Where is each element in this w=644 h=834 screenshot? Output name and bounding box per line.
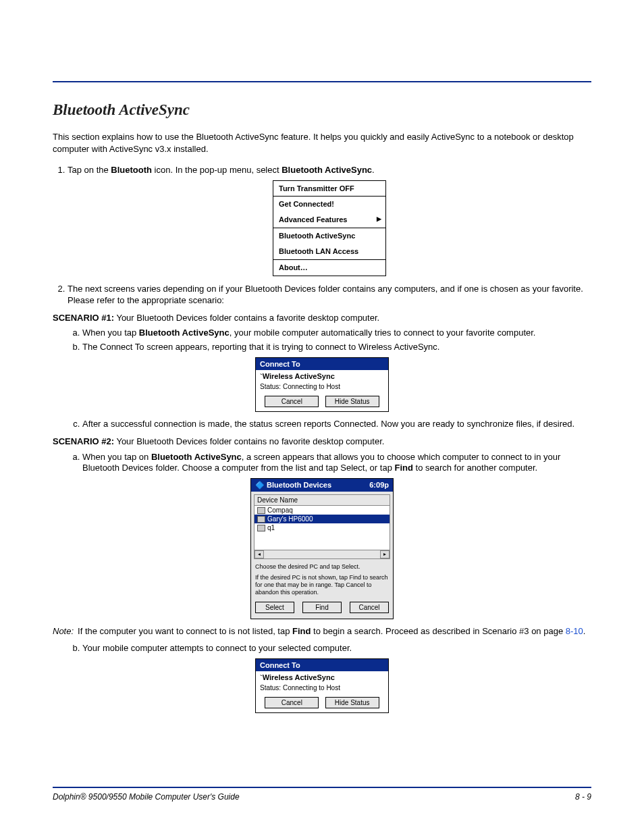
note-text-c: to begin a search. Proceed as described … xyxy=(311,626,565,636)
step1-text-c: icon. In the pop-up menu, select xyxy=(152,165,281,175)
menu-item-get-connected[interactable]: Get Connected! xyxy=(273,197,385,212)
top-rule xyxy=(53,81,591,82)
dialog-status-row: Status: Connecting to Host xyxy=(256,382,388,393)
connect-to-dialog-figure-2: Connect To `Wireless ActiveSync Status: … xyxy=(255,658,389,713)
select-button[interactable]: Select xyxy=(255,602,294,613)
pc-icon xyxy=(257,525,265,531)
scenario-2-heading: SCENARIO #2: Your Bluetooth Devices fold… xyxy=(53,436,591,448)
bt-window-title: 🔷 Bluetooth Devices xyxy=(255,481,331,490)
footer-left: Dolphin® 9500/9550 Mobile Computer User'… xyxy=(53,792,240,802)
list-header: Device Name xyxy=(254,495,390,506)
step1-text-e: . xyxy=(372,165,375,175)
step-1: Tap on the Bluetooth icon. In the pop-up… xyxy=(68,164,591,276)
s1a-text-a: When you tap xyxy=(82,328,139,338)
status-value: Connecting to Host xyxy=(283,684,340,692)
bt-title-text: Bluetooth Devices xyxy=(267,481,331,489)
section-title: Bluetooth ActiveSync xyxy=(53,101,591,119)
step1-text-a: Tap on the xyxy=(68,165,111,175)
s1a-bold: Bluetooth ActiveSync xyxy=(139,328,230,338)
note-label: Note: xyxy=(53,626,74,637)
bluetooth-devices-window-figure: 🔷 Bluetooth Devices 6:09p Device Name Co… xyxy=(250,478,394,619)
menu-item-about[interactable]: About… xyxy=(273,260,385,276)
s1a-text-c: , your mobile computer automatically tri… xyxy=(230,328,536,338)
scenario-2-label: SCENARIO #2: xyxy=(53,436,114,446)
instruction-text-1: Choose the desired PC and tap Select. xyxy=(251,562,393,572)
scenario-2-text: Your Bluetooth Devices folder contains n… xyxy=(114,436,384,446)
submenu-arrow-icon: ▶ xyxy=(377,215,381,223)
bt-window-time: 6:09p xyxy=(369,481,389,490)
menu-item-turn-off[interactable]: Turn Transmitter OFF xyxy=(273,181,385,197)
device-name: Compaq xyxy=(267,506,293,514)
menu-item-bluetooth-activesync[interactable]: Bluetooth ActiveSync xyxy=(273,228,385,244)
pc-icon xyxy=(257,516,265,523)
page-link[interactable]: 8-10 xyxy=(566,626,583,636)
menu-item-advanced-features[interactable]: Advanced Features ▶ xyxy=(273,212,385,228)
step1-bold-2: Bluetooth ActiveSync xyxy=(281,165,372,175)
page-footer: Dolphin® 9500/9550 Mobile Computer User'… xyxy=(53,787,591,802)
s2a-bold-1: Bluetooth ActiveSync xyxy=(151,452,242,462)
device-list[interactable]: Device Name Compaq Gary's HP6000 q1 ◂ ▸ xyxy=(254,494,390,559)
scenario-2-step-a: When you tap on Bluetooth ActiveSync, a … xyxy=(82,452,591,475)
dialog-status-row: Status: Connecting to Host xyxy=(256,683,388,694)
dialog-title: Connect To xyxy=(256,358,388,370)
status-label: Status: xyxy=(260,684,283,692)
hide-status-button[interactable]: Hide Status xyxy=(325,697,379,708)
bt-title-icon: 🔷 xyxy=(255,481,267,489)
connect-to-dialog-figure-1: Connect To `Wireless ActiveSync Status: … xyxy=(255,357,389,412)
list-item[interactable]: q1 xyxy=(254,523,390,532)
s2a-text-e: to search for another computer. xyxy=(413,463,537,473)
intro-paragraph: This section explains how to use the Blu… xyxy=(53,131,591,155)
dialog-target: `Wireless ActiveSync xyxy=(256,671,388,683)
device-name: q1 xyxy=(267,524,275,531)
scenario-1-heading: SCENARIO #1: Your Bluetooth Devices fold… xyxy=(53,312,591,324)
scroll-left-icon[interactable]: ◂ xyxy=(254,550,264,558)
step-2: The next screens varies depending on if … xyxy=(68,283,591,307)
footer-page-number: 8 - 9 xyxy=(575,792,591,802)
cancel-button[interactable]: Cancel xyxy=(350,602,389,613)
note-text-a: If the computer you want to connect to i… xyxy=(78,626,292,636)
list-item-selected[interactable]: Gary's HP6000 xyxy=(254,515,390,523)
scroll-right-icon[interactable]: ▸ xyxy=(380,550,390,558)
list-item[interactable]: Compaq xyxy=(254,506,390,515)
dialog-target: `Wireless ActiveSync xyxy=(256,370,388,382)
status-value: Connecting to Host xyxy=(283,383,340,390)
menu-item-bluetooth-lan[interactable]: Bluetooth LAN Access xyxy=(273,244,385,259)
dialog-title: Connect To xyxy=(256,659,388,671)
scenario-1-text: Your Bluetooth Devices folder contains a… xyxy=(114,313,379,323)
s2a-text-a: When you tap on xyxy=(82,452,151,462)
status-label: Status: xyxy=(260,383,283,390)
device-name: Gary's HP6000 xyxy=(267,515,313,523)
note-bold: Find xyxy=(292,626,311,636)
menu-item-label: Advanced Features xyxy=(279,215,347,224)
scenario-1-step-b: The Connect To screen appears, reporting… xyxy=(82,342,591,353)
note-body: If the computer you want to connect to i… xyxy=(78,626,591,637)
scenario-1-label: SCENARIO #1: xyxy=(53,313,114,323)
scenario-2-step-b: Your mobile computer attempts to connect… xyxy=(82,643,591,654)
horizontal-scrollbar[interactable]: ◂ ▸ xyxy=(254,550,390,558)
scenario-1-step-a: When you tap Bluetooth ActiveSync, your … xyxy=(82,328,591,339)
s2a-bold-2: Find xyxy=(394,463,412,473)
find-button[interactable]: Find xyxy=(302,602,342,613)
hide-status-button[interactable]: Hide Status xyxy=(325,396,379,407)
step1-bold-1: Bluetooth xyxy=(111,165,152,175)
scenario-1-step-c: After a successful connection is made, t… xyxy=(82,419,591,430)
note-block: Note: If the computer you want to connec… xyxy=(53,626,591,637)
cancel-button[interactable]: Cancel xyxy=(265,697,319,708)
note-text-d: . xyxy=(583,626,586,636)
pc-icon xyxy=(257,507,265,514)
instruction-text-2: If the desired PC is not shown, tap Find… xyxy=(251,573,393,598)
cancel-button[interactable]: Cancel xyxy=(265,396,319,407)
popup-menu-figure: Turn Transmitter OFF Get Connected! Adva… xyxy=(273,180,386,276)
